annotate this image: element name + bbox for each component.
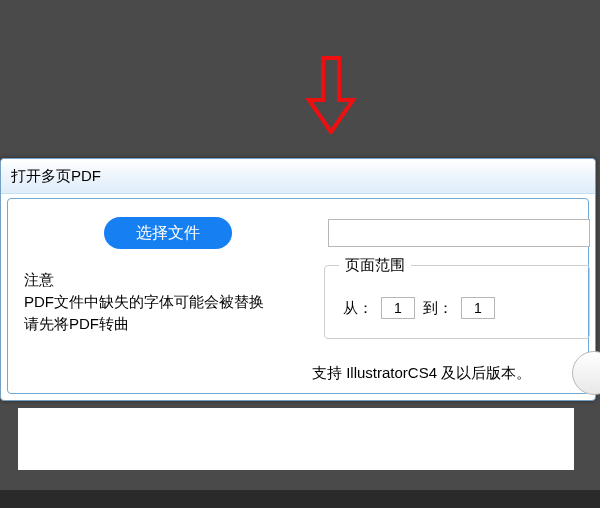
- notes-block: 注意 PDF文件中缺失的字体可能会被替换 请先将PDF转曲: [24, 269, 304, 335]
- from-page-input[interactable]: [381, 297, 415, 319]
- round-button[interactable]: [572, 351, 600, 395]
- down-arrow-annotation-icon: [305, 56, 357, 134]
- notes-line1: PDF文件中缺失的字体可能会被替换: [24, 291, 304, 313]
- from-label: 从：: [343, 299, 373, 318]
- to-page-input[interactable]: [461, 297, 495, 319]
- dialog-title: 打开多页PDF: [11, 167, 101, 184]
- version-support-text: 支持 IllustratorCS4 及以后版本。: [312, 364, 531, 383]
- artboard: [18, 408, 574, 470]
- page-range-legend: 页面范围: [339, 256, 411, 275]
- notes-heading: 注意: [24, 269, 304, 291]
- select-file-button[interactable]: 选择文件: [104, 217, 232, 249]
- file-path-input[interactable]: [328, 219, 590, 247]
- page-range-group: 页面范围 从： 到：: [324, 265, 590, 339]
- dialog-titlebar[interactable]: 打开多页PDF: [1, 159, 595, 194]
- notes-line2: 请先将PDF转曲: [24, 313, 304, 335]
- dialog-body: 选择文件 注意 PDF文件中缺失的字体可能会被替换 请先将PDF转曲 页面范围 …: [7, 198, 589, 394]
- open-multipage-pdf-dialog: 打开多页PDF 选择文件 注意 PDF文件中缺失的字体可能会被替换 请先将PDF…: [0, 158, 596, 401]
- to-label: 到：: [423, 299, 453, 318]
